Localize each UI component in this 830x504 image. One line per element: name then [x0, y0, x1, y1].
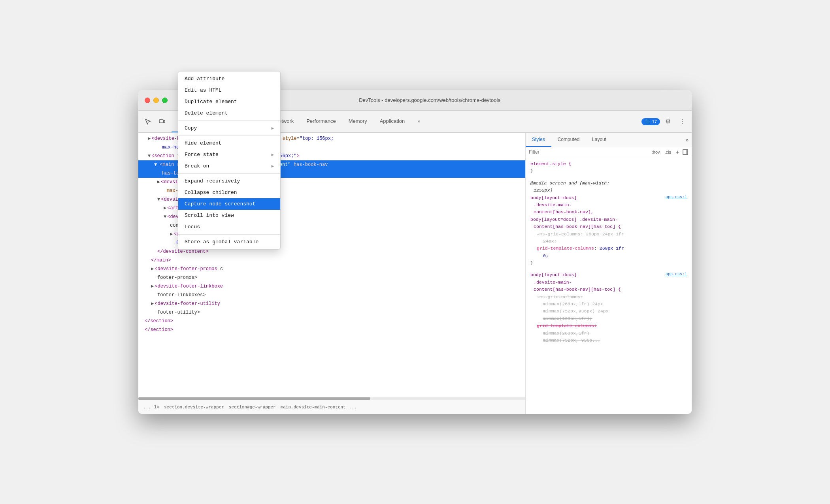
menu-divider — [178, 135, 280, 136]
submenu-arrow-icon: ▶ — [271, 164, 274, 169]
menu-item-capture-screenshot[interactable]: Capture node screenshot — [178, 198, 280, 210]
menu-item-force-state[interactable]: Force state ▶ — [178, 149, 280, 160]
elements-panel: ▶<devsite-book-nav scrollbars animatable… — [138, 133, 526, 414]
menu-item-store-global[interactable]: Store as global variable — [178, 236, 280, 248]
menu-item-expand[interactable]: Expand recursively — [178, 175, 280, 187]
menu-item-scroll-into-view[interactable]: Scroll into view — [178, 210, 280, 221]
context-menu-overlay[interactable]: Add attribute Edit as HTML Duplicate ele… — [138, 133, 526, 414]
menu-item-copy[interactable]: Copy ▶ — [178, 133, 280, 134]
menu-item-hide[interactable]: Hide element — [178, 137, 280, 149]
context-menu: Add attribute Edit as HTML Duplicate ele… — [178, 133, 281, 250]
menu-divider — [178, 234, 280, 235]
devtools-window: DevTools - developers.google.com/web/too… — [138, 90, 692, 414]
devtools-container: Elements Console Sources Network Perform… — [138, 111, 692, 414]
submenu-arrow-icon: ▶ — [271, 152, 274, 157]
menu-divider — [178, 173, 280, 174]
menu-item-break-on[interactable]: Break on ▶ — [178, 160, 280, 172]
menu-item-collapse[interactable]: Collapse children — [178, 187, 280, 198]
menu-item-focus[interactable]: Focus — [178, 221, 280, 233]
main-content: ▶<devsite-book-nav scrollbars animatable… — [138, 133, 692, 414]
